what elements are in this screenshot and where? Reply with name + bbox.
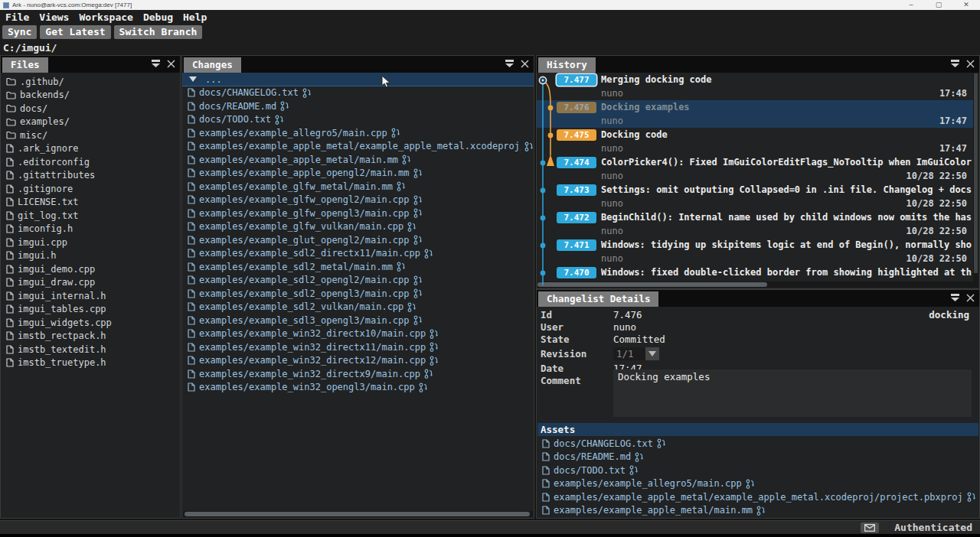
minimize-button[interactable]: – bbox=[906, 0, 916, 10]
toolbar-button[interactable]: Switch Branch bbox=[114, 25, 203, 39]
field-revision: Revision 1/1 bbox=[541, 345, 975, 362]
changed-file-row[interactable]: examples/example_sdl2_opengl3/main.cpp bbox=[182, 287, 534, 301]
history-entry[interactable]: 7.470 Windows: fixed double-clicked bord… bbox=[537, 265, 973, 282]
changed-file-row[interactable]: examples/example_sdl2_vulkan/main.cpp bbox=[182, 301, 534, 314]
menu-item[interactable]: Views bbox=[39, 11, 76, 23]
changed-file-row[interactable]: examples/example_allegro5/main.cpp bbox=[182, 126, 534, 140]
menu-item[interactable]: File bbox=[5, 11, 36, 23]
file-tree-item[interactable]: git_log.txt bbox=[1, 209, 180, 223]
file-tree-item[interactable]: imgui.h bbox=[1, 249, 180, 263]
changed-file-row[interactable]: docs/CHANGELOG.txt bbox=[182, 86, 534, 100]
menu-item[interactable]: Debug bbox=[143, 11, 180, 23]
file-tree-item[interactable]: imconfig.h bbox=[1, 223, 180, 236]
asset-row[interactable]: docs/README.md bbox=[537, 451, 979, 464]
field-label: User bbox=[541, 321, 613, 333]
file-tree-item[interactable]: .editorconfig bbox=[1, 155, 180, 169]
changed-file-row[interactable]: examples/example_sdl2_directx11/main.cpp bbox=[182, 247, 534, 261]
history-entry[interactable]: 7.477 Merging docking code nuno 17:48 bbox=[537, 73, 973, 100]
changed-file-row[interactable]: examples/example_glfw_metal/main.mm bbox=[182, 180, 534, 194]
close-button[interactable]: ✕ bbox=[962, 0, 971, 10]
tab-changelist-details[interactable]: Changelist Details bbox=[538, 291, 658, 307]
changed-file-row[interactable]: examples/example_sdl3_opengl3/main.cpp bbox=[182, 314, 534, 327]
changes-hscrollbar[interactable] bbox=[183, 511, 533, 517]
menu-item[interactable]: Help bbox=[183, 11, 214, 23]
tab-files[interactable]: Files bbox=[2, 57, 48, 73]
changed-file-row[interactable]: examples/example_glut_opengl2/main.cpp bbox=[182, 233, 534, 247]
file-tree-item[interactable]: imgui_internal.h bbox=[1, 289, 180, 303]
file-tree-item[interactable]: backends/ bbox=[1, 89, 180, 103]
close-icon[interactable] bbox=[167, 60, 175, 68]
filter-icon[interactable] bbox=[950, 59, 960, 68]
comment-textbox[interactable]: Docking examples bbox=[613, 369, 972, 417]
scrollbar-thumb[interactable] bbox=[537, 282, 767, 287]
changed-file-row[interactable]: examples/example_win32_opengl3/main.cpp bbox=[182, 381, 534, 395]
asset-row[interactable]: examples/example_apple_metal/main.mm bbox=[537, 504, 979, 518]
revision-dropdown[interactable]: 1/1 bbox=[613, 347, 659, 360]
history-hscrollbar[interactable] bbox=[537, 282, 978, 288]
tab-changes[interactable]: Changes bbox=[184, 57, 241, 73]
history-entry[interactable]: 7.472 BeginChild(): Internal name used b… bbox=[537, 210, 973, 238]
close-icon[interactable] bbox=[521, 60, 529, 68]
file-tree-item[interactable]: imstb_rectpack.h bbox=[1, 330, 180, 343]
scrollbar-thumb[interactable] bbox=[185, 512, 530, 516]
file-tree-item[interactable]: imgui_widgets.cpp bbox=[1, 316, 180, 330]
file-tree-item[interactable]: .gitignore bbox=[1, 182, 180, 196]
mail-button[interactable] bbox=[861, 522, 879, 533]
changed-file-row[interactable]: examples/example_glfw_opengl2/main.cpp bbox=[182, 194, 534, 207]
toolbar-button[interactable]: Sync bbox=[2, 25, 37, 39]
file-tree-item[interactable]: .ark_ignore bbox=[1, 142, 180, 156]
field-label: Revision bbox=[541, 348, 613, 360]
asset-row[interactable]: examples/example_allegro5/main.cpp bbox=[537, 477, 979, 491]
history-vscrollbar[interactable] bbox=[973, 73, 978, 282]
changed-file-row[interactable]: examples/example_glfw_opengl3/main.cpp bbox=[182, 207, 534, 220]
menu-item[interactable]: Workspace bbox=[79, 11, 139, 23]
file-tree-item[interactable]: imstb_truetype.h bbox=[1, 356, 180, 370]
history-entry[interactable]: 7.471 Windows: tidying up skipitems logi… bbox=[537, 238, 973, 265]
file-tree-item[interactable]: misc/ bbox=[1, 129, 180, 142]
asset-row[interactable]: examples/example_apple_metal/example_app… bbox=[537, 490, 979, 504]
file-tree-item[interactable]: examples/ bbox=[1, 116, 180, 129]
history-entry[interactable]: 7.475 Docking code nuno 17:47 bbox=[537, 128, 973, 155]
filter-icon[interactable] bbox=[151, 59, 161, 68]
changed-file-row[interactable]: examples/example_sdl2_metal/main.mm bbox=[182, 260, 534, 274]
file-tree-item[interactable]: docs/ bbox=[1, 102, 180, 116]
file-tree-item[interactable]: imstb_textedit.h bbox=[1, 343, 180, 356]
file-tree-item[interactable]: LICENSE.txt bbox=[1, 196, 180, 210]
changed-file-row[interactable]: examples/example_win32_directx11/main.cp… bbox=[182, 340, 534, 354]
maximize-button[interactable]: ▢ bbox=[934, 0, 943, 10]
changed-file-row[interactable]: examples/example_apple_opengl2/main.mm bbox=[182, 167, 534, 181]
asset-row[interactable]: docs/CHANGELOG.txt bbox=[537, 437, 979, 451]
file-tree-item[interactable]: .gitattributes bbox=[1, 169, 180, 183]
filter-icon[interactable] bbox=[505, 59, 514, 68]
filter-icon[interactable] bbox=[950, 293, 960, 302]
file-tree-item[interactable]: .github/ bbox=[1, 75, 180, 89]
asset-row[interactable]: docs/TODO.txt bbox=[537, 464, 979, 477]
scrollbar-thumb[interactable] bbox=[974, 73, 978, 273]
dropdown-arrow-icon[interactable] bbox=[645, 347, 659, 360]
changed-file-row[interactable]: examples/example_apple_metal/main.mm bbox=[182, 153, 534, 167]
toolbar-button[interactable]: Get Latest bbox=[40, 25, 110, 39]
changed-file-row[interactable]: docs/TODO.txt bbox=[182, 113, 534, 127]
asset-row[interactable]: examples/example_apple_opengl2/main.mm bbox=[537, 517, 979, 518]
changed-file-row[interactable]: examples/example_apple_metal/example_app… bbox=[182, 140, 534, 154]
history-entry[interactable]: 7.476 Docking examples nuno 17:47 bbox=[537, 100, 973, 128]
file-tree-item[interactable]: imgui_draw.cpp bbox=[1, 276, 180, 290]
changed-file-row[interactable]: examples/example_sdl2_opengl2/main.cpp bbox=[182, 274, 534, 288]
file-tree-item[interactable]: imgui_demo.cpp bbox=[1, 262, 180, 276]
file-tree-item[interactable]: imgui.cpp bbox=[1, 236, 180, 249]
tab-history[interactable]: History bbox=[538, 57, 596, 73]
changed-file-row[interactable]: examples/example_win32_directx10/main.cp… bbox=[182, 327, 534, 341]
close-icon[interactable] bbox=[966, 60, 975, 68]
changed-file-row[interactable]: examples/example_win32_directx9/main.cpp bbox=[182, 367, 534, 381]
history-entry[interactable]: 7.474 ColorPicker4(): Fixed ImGuiColorEd… bbox=[537, 155, 973, 183]
history-entry[interactable]: 7.473 Settings: omit outputing Collapsed… bbox=[537, 183, 973, 210]
changed-file-row[interactable]: examples/example_win32_directx12/main.cp… bbox=[182, 354, 534, 368]
changes-root-row[interactable]: ... bbox=[182, 73, 534, 86]
file-icon bbox=[6, 224, 14, 233]
close-icon[interactable] bbox=[966, 294, 975, 302]
changed-file-row[interactable]: docs/README.md bbox=[182, 99, 534, 113]
file-icon bbox=[188, 316, 195, 325]
assets-section-header[interactable]: Assets bbox=[537, 423, 978, 436]
changed-file-row[interactable]: examples/example_glfw_vulkan/main.cpp bbox=[182, 220, 534, 234]
file-tree-item[interactable]: imgui_tables.cpp bbox=[1, 303, 180, 317]
